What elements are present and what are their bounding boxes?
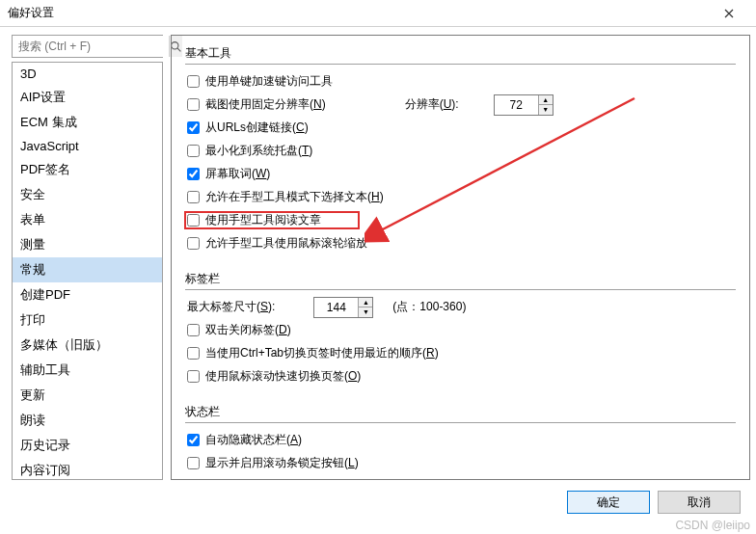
option-checkbox[interactable]	[187, 214, 200, 227]
resolution-input[interactable]	[495, 95, 538, 115]
option-checkbox[interactable]	[187, 121, 200, 134]
option-label: 当使用Ctrl+Tab切换页签时使用最近的顺序(R)	[205, 345, 439, 361]
sidebar-item-更新[interactable]: 更新	[13, 383, 162, 408]
ok-button[interactable]: 确定	[567, 491, 650, 514]
chevron-up-icon[interactable]: ▲	[539, 95, 553, 106]
option-row: 截图使用固定分辨率(N)分辨率(U): ▲▼	[185, 95, 736, 114]
option-checkbox[interactable]	[187, 347, 200, 360]
sidebar-item-内容订阅[interactable]: 内容订阅	[13, 458, 162, 480]
search-container	[12, 35, 163, 58]
max-tab-size-hint: (点：100-360)	[392, 299, 466, 315]
sidebar-item-安全[interactable]: 安全	[13, 182, 162, 207]
option-label: 使用鼠标滚动快速切换页签(O)	[205, 368, 361, 385]
watermark: CSDN @leiipo	[675, 519, 750, 532]
category-list[interactable]: 3DAIP设置ECM 集成JavaScriptPDF签名安全表单测量常规创建PD…	[12, 62, 163, 480]
sidebar-item-ECM 集成[interactable]: ECM 集成	[13, 110, 162, 135]
option-row: 双击关闭标签(D)	[185, 321, 736, 339]
max-tab-size-label: 最大标签尺寸(S):	[187, 299, 275, 315]
option-label: 允许在手型工具模式下选择文本(H)	[205, 189, 384, 205]
search-input[interactable]	[13, 36, 169, 57]
option-label: 最小化到系统托盘(T)	[205, 143, 312, 159]
option-label: 使用手型工具阅读文章	[205, 212, 321, 228]
option-row: 当使用Ctrl+Tab切换页签时使用最近的顺序(R)	[185, 344, 736, 362]
chevron-down-icon[interactable]: ▼	[359, 307, 372, 317]
option-row: 显示并启用滚动条锁定按钮(L)	[185, 454, 736, 472]
chevron-up-icon[interactable]: ▲	[359, 298, 372, 308]
dialog-content: 3DAIP设置ECM 集成JavaScriptPDF签名安全表单测量常规创建PD…	[0, 27, 756, 480]
titlebar: 偏好设置	[0, 0, 756, 27]
section-tabbar-title: 标签栏	[185, 271, 736, 287]
sidebar-item-朗读[interactable]: 朗读	[13, 408, 162, 433]
section-divider	[185, 289, 736, 290]
sidebar-item-JavaScript[interactable]: JavaScript	[13, 135, 162, 157]
sidebar-item-多媒体（旧版）[interactable]: 多媒体（旧版）	[13, 333, 162, 358]
option-row: 使用鼠标滚动快速切换页签(O)	[185, 367, 736, 386]
sidebar: 3DAIP设置ECM 集成JavaScriptPDF签名安全表单测量常规创建PD…	[12, 35, 163, 480]
option-label: 双击关闭标签(D)	[205, 322, 291, 338]
section-divider	[185, 64, 736, 65]
close-icon	[724, 9, 734, 18]
option-row: 自动隐藏状态栏(A)	[185, 431, 736, 449]
sidebar-item-表单[interactable]: 表单	[13, 207, 162, 232]
option-label: 屏幕取词(W)	[205, 166, 270, 182]
option-label: 从URLs创建链接(C)	[205, 120, 309, 136]
section-basic-tools-title: 基本工具	[185, 45, 736, 62]
option-checkbox[interactable]	[187, 434, 200, 446]
max-tab-size-input[interactable]	[314, 298, 358, 317]
sidebar-item-辅助工具[interactable]: 辅助工具	[13, 358, 162, 383]
option-label: 显示并启用滚动条锁定按钮(L)	[205, 455, 359, 471]
sidebar-item-创建PDF[interactable]: 创建PDF	[13, 282, 162, 307]
option-checkbox[interactable]	[187, 237, 200, 250]
sidebar-item-AIP设置[interactable]: AIP设置	[13, 85, 162, 110]
option-checkbox[interactable]	[187, 457, 200, 469]
option-label: 自动隐藏状态栏(A)	[205, 432, 302, 448]
option-label: 截图使用固定分辨率(N)	[205, 96, 326, 113]
option-checkbox[interactable]	[187, 191, 200, 203]
section-divider	[185, 422, 736, 423]
max-tab-size-row: 最大标签尺寸(S): ▲▼ (点：100-360)	[185, 298, 736, 316]
option-checkbox[interactable]	[187, 75, 200, 88]
option-row: 使用手型工具阅读文章	[184, 211, 360, 229]
resolution-label: 分辨率(U):	[405, 96, 459, 113]
sidebar-item-测量[interactable]: 测量	[13, 232, 162, 257]
dialog-footer: 确定 取消	[0, 480, 756, 524]
resolution-spinner[interactable]: ▲▼	[494, 94, 554, 116]
window-title: 偏好设置	[8, 5, 710, 21]
option-row: 从URLs创建链接(C)	[185, 119, 736, 137]
option-row: 屏幕取词(W)	[185, 165, 736, 183]
sidebar-item-历史记录[interactable]: 历史记录	[13, 433, 162, 458]
option-row: 允许在手型工具模式下选择文本(H)	[185, 188, 736, 206]
option-row: 最小化到系统托盘(T)	[185, 142, 736, 160]
max-tab-size-spinner[interactable]: ▲▼	[313, 297, 373, 318]
section-statusbar-title: 状态栏	[185, 404, 736, 420]
option-checkbox[interactable]	[187, 145, 200, 157]
sidebar-item-PDF签名[interactable]: PDF签名	[13, 157, 162, 182]
cancel-button[interactable]: 取消	[658, 491, 741, 514]
option-checkbox[interactable]	[187, 168, 200, 180]
option-row: 使用单键加速键访问工具	[185, 72, 736, 91]
sidebar-item-3D[interactable]: 3D	[13, 63, 162, 85]
close-button[interactable]	[710, 0, 748, 26]
sidebar-item-常规[interactable]: 常规	[13, 257, 162, 282]
option-checkbox[interactable]	[187, 98, 200, 111]
option-label: 使用单键加速键访问工具	[205, 73, 333, 90]
sidebar-item-打印[interactable]: 打印	[13, 307, 162, 333]
chevron-down-icon[interactable]: ▼	[539, 105, 553, 115]
option-label: 允许手型工具使用鼠标滚轮缩放	[205, 235, 367, 252]
option-row: 允许手型工具使用鼠标滚轮缩放	[185, 234, 736, 253]
settings-panel: 基本工具 使用单键加速键访问工具截图使用固定分辨率(N)分辨率(U): ▲▼从U…	[171, 35, 750, 480]
option-checkbox[interactable]	[187, 324, 200, 336]
option-checkbox[interactable]	[187, 370, 200, 383]
